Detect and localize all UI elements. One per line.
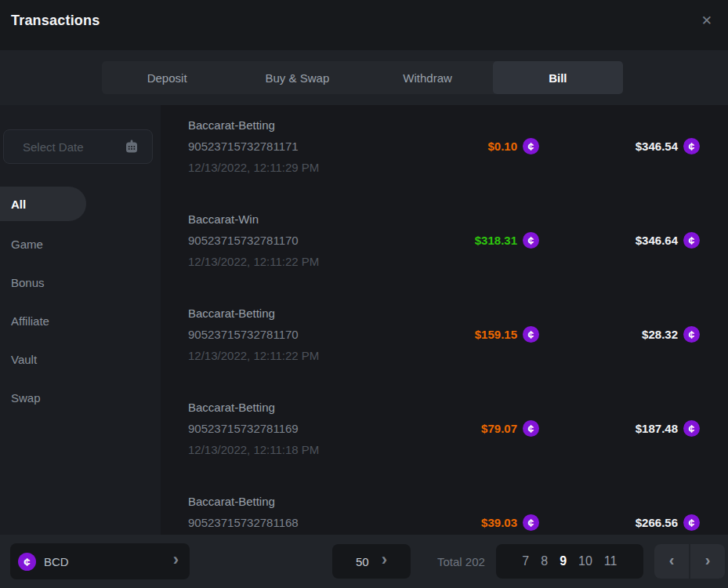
page-number[interactable]: 11 bbox=[604, 554, 618, 568]
page-number[interactable]: 10 bbox=[578, 554, 592, 568]
bcd-coin-icon: ¢ bbox=[683, 326, 700, 343]
calendar-icon bbox=[124, 139, 139, 154]
transaction-datetime: 12/13/2022, 12:11:18 PM bbox=[188, 439, 343, 460]
filter-item[interactable]: Bonus bbox=[0, 263, 161, 302]
bcd-coin-icon: ¢ bbox=[523, 232, 539, 249]
transaction-info: Baccarat-Betting 90523715732781170 12/13… bbox=[188, 303, 343, 366]
transaction-id: 90523715732781171 bbox=[188, 136, 343, 157]
filter-item[interactable]: Vault bbox=[0, 340, 161, 379]
tab[interactable]: Bill bbox=[493, 61, 623, 94]
transaction-balance: $346.64 ¢ bbox=[539, 230, 700, 251]
transaction-title: Baccarat-Betting bbox=[188, 303, 343, 324]
filter-label: Affiliate bbox=[11, 314, 49, 328]
date-filter-input[interactable]: Select Date bbox=[3, 129, 153, 164]
amount-value: $318.31 bbox=[475, 234, 517, 247]
transaction-datetime: 12/13/2022, 12:11:29 PM bbox=[188, 157, 343, 178]
balance-value: $187.48 bbox=[636, 422, 678, 435]
page-number[interactable]: 8 bbox=[541, 554, 548, 568]
page-size-value: 50 bbox=[356, 555, 369, 568]
transaction-id: 90523715732781168 bbox=[188, 512, 343, 533]
transaction-title: Baccarat-Win bbox=[188, 209, 343, 230]
transaction-row[interactable]: Baccarat-Win 90523715732781170 12/13/202… bbox=[188, 209, 700, 303]
transaction-info: Baccarat-Betting 90523715732781171 12/13… bbox=[188, 114, 343, 178]
balance-value: $266.56 bbox=[636, 516, 678, 529]
transaction-row[interactable]: Baccarat-Betting 90523715732781168 $39.0… bbox=[188, 491, 700, 535]
filter-label: Vault bbox=[11, 353, 37, 366]
bcd-coin-icon: ¢ bbox=[523, 420, 539, 437]
page-number[interactable]: 7 bbox=[522, 554, 529, 568]
chevron-right-icon: › bbox=[705, 552, 711, 568]
transaction-row[interactable]: Baccarat-Betting 90523715732781170 12/13… bbox=[188, 303, 700, 397]
amount-value: $79.07 bbox=[481, 422, 517, 435]
transaction-list: Baccarat-Betting 90523715732781171 12/13… bbox=[161, 105, 728, 535]
filter-item[interactable]: Affiliate bbox=[0, 302, 161, 340]
date-placeholder: Select Date bbox=[23, 140, 124, 154]
page-title: Transactions bbox=[11, 13, 100, 29]
tab[interactable]: Withdraw bbox=[363, 61, 493, 94]
transaction-title: Baccarat-Betting bbox=[188, 491, 343, 512]
transaction-datetime: 12/13/2022, 12:11:22 PM bbox=[188, 345, 343, 366]
tab[interactable]: Buy & Swap bbox=[232, 61, 362, 94]
bcd-coin-icon: ¢ bbox=[18, 553, 36, 571]
filter-label: Swap bbox=[11, 391, 41, 405]
transaction-title: Baccarat-Betting bbox=[188, 114, 343, 136]
transaction-title: Baccarat-Betting bbox=[188, 397, 343, 418]
transaction-balance: $266.56 ¢ bbox=[539, 512, 700, 533]
transaction-amount: $318.31 ¢ bbox=[343, 230, 539, 251]
balance-value: $28.32 bbox=[642, 328, 678, 341]
transaction-balance: $346.54 ¢ bbox=[539, 136, 700, 157]
modal-footer: ¢ BCD › 50 › Total 202 7 8 9 10 11 ‹ bbox=[0, 535, 728, 588]
close-icon[interactable]: ✕ bbox=[698, 13, 715, 29]
transaction-amount: $79.07 ¢ bbox=[343, 418, 539, 439]
bcd-coin-icon: ¢ bbox=[683, 232, 700, 249]
chevron-left-icon: ‹ bbox=[669, 552, 675, 568]
modal-content: Select Date All Game bbox=[0, 105, 728, 535]
tab-label: Deposit bbox=[147, 71, 187, 85]
page-number[interactable]: 9 bbox=[560, 554, 567, 568]
bcd-coin-icon: ¢ bbox=[683, 514, 700, 531]
currency-selector[interactable]: ¢ BCD › bbox=[10, 543, 190, 579]
filter-sidebar: Select Date All Game bbox=[0, 105, 161, 535]
transaction-balance: $28.32 ¢ bbox=[539, 324, 700, 345]
chevron-right-icon: › bbox=[173, 551, 179, 568]
transaction-balance: $187.48 ¢ bbox=[539, 418, 700, 439]
transaction-info: Baccarat-Betting 90523715732781168 bbox=[188, 491, 343, 533]
amount-value: $0.10 bbox=[487, 140, 517, 153]
pagination: 7 8 9 10 11 bbox=[496, 544, 643, 579]
transaction-id: 90523715732781170 bbox=[188, 230, 343, 251]
filter-label: Game bbox=[11, 238, 43, 251]
prev-page-button[interactable]: ‹ bbox=[654, 544, 689, 579]
bcd-coin-icon: ¢ bbox=[523, 326, 539, 343]
tab-bar: Deposit Buy & Swap Withdraw Bill bbox=[102, 61, 623, 94]
tab[interactable]: Deposit bbox=[102, 61, 232, 94]
bcd-coin-icon: ¢ bbox=[523, 514, 539, 531]
bcd-coin-icon: ¢ bbox=[683, 138, 700, 154]
next-page-button[interactable]: › bbox=[690, 544, 725, 579]
bcd-coin-icon: ¢ bbox=[523, 138, 539, 154]
tab-label: Withdraw bbox=[403, 71, 452, 85]
currency-label: BCD bbox=[44, 555, 173, 568]
filter-item[interactable]: Swap bbox=[0, 379, 161, 417]
transaction-row[interactable]: Baccarat-Betting 90523715732781169 12/13… bbox=[188, 397, 700, 491]
transaction-amount: $159.15 ¢ bbox=[343, 324, 539, 345]
tab-label: Buy & Swap bbox=[266, 71, 330, 85]
filter-list: All Game Bonus Affiliate Vau bbox=[0, 187, 161, 417]
amount-value: $39.03 bbox=[481, 516, 517, 529]
transaction-id: 90523715732781169 bbox=[188, 418, 343, 439]
transaction-row[interactable]: Baccarat-Betting 90523715732781171 12/13… bbox=[188, 114, 700, 209]
bcd-coin-icon: ¢ bbox=[683, 420, 700, 437]
transaction-amount: $39.03 ¢ bbox=[343, 512, 539, 533]
amount-value: $159.15 bbox=[475, 328, 517, 341]
tab-label: Bill bbox=[549, 71, 567, 85]
filter-item[interactable]: Game bbox=[0, 225, 161, 263]
page-size-selector[interactable]: 50 › bbox=[332, 544, 411, 579]
pager-buttons: ‹ › bbox=[654, 544, 725, 579]
chevron-right-icon: › bbox=[382, 551, 387, 568]
tab-band: Deposit Buy & Swap Withdraw Bill bbox=[0, 50, 728, 105]
transactions-modal: Transactions ✕ Deposit Buy & Swap Withdr… bbox=[0, 0, 728, 588]
transaction-info: Baccarat-Win 90523715732781170 12/13/202… bbox=[188, 209, 343, 272]
filter-label: All bbox=[11, 198, 26, 211]
filter-item[interactable]: All bbox=[0, 187, 86, 221]
transaction-info: Baccarat-Betting 90523715732781169 12/13… bbox=[188, 397, 343, 460]
modal-header: Transactions ✕ bbox=[0, 0, 728, 50]
